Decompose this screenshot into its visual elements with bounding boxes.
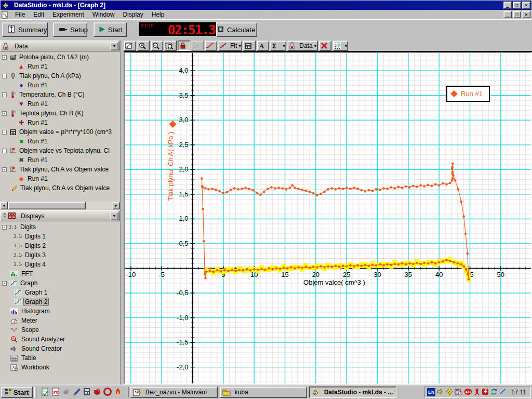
collapse-icon[interactable]: -	[2, 55, 7, 60]
connect-icon[interactable]	[499, 388, 508, 396]
collapse-icon[interactable]: -	[2, 281, 7, 286]
legend[interactable]: Run #1	[447, 86, 489, 101]
smart-xy-button[interactable]: xy	[191, 41, 204, 51]
text-button[interactable]: A	[257, 41, 269, 51]
displays-dropdown-arrow[interactable]: ▼	[110, 211, 118, 220]
collapse-icon[interactable]: -	[2, 167, 7, 172]
display-item[interactable]: -Graph	[0, 278, 120, 288]
clock[interactable]: 17:11	[511, 389, 526, 396]
data-run-item[interactable]: ✖Run #1	[0, 155, 120, 165]
data-item[interactable]: Tlak plynu, Ch A vs Objem valce	[0, 183, 120, 193]
backup-clock-icon[interactable]	[455, 388, 462, 396]
data-bottle-button[interactable]: Data▼	[287, 41, 317, 51]
data-run-item[interactable]: ▼Run #1	[0, 99, 120, 109]
display-item[interactable]: Histogram	[0, 307, 120, 316]
wordpad-icon[interactable]	[41, 388, 49, 397]
scroll-thumb[interactable]	[8, 202, 86, 209]
splitter-arrows-icon[interactable]	[2, 211, 8, 220]
close-button[interactable]: ×	[522, 2, 530, 9]
zoom-in-button[interactable]	[137, 41, 150, 51]
menu-display[interactable]: Display	[118, 10, 147, 19]
collapse-icon[interactable]: -	[2, 225, 7, 230]
menu-window[interactable]: Window	[88, 10, 119, 19]
summary-button[interactable]: Summary	[2, 22, 48, 37]
display-item[interactable]: Graph 1	[0, 288, 120, 297]
zoom-select-button[interactable]	[164, 41, 177, 51]
delete-button[interactable]	[319, 41, 331, 51]
chart-canvas[interactable]: -10-55101520253035404550-2,0-1,5-1,0-0,5…	[125, 53, 531, 383]
restore-button[interactable]: ❐	[513, 2, 521, 9]
collapse-icon[interactable]: -	[2, 149, 7, 153]
display-item[interactable]: Workbook	[0, 363, 120, 372]
dragon-icon[interactable]	[93, 388, 101, 397]
display-item[interactable]: 3.14Digits 4	[0, 260, 120, 269]
bird-icon[interactable]	[62, 388, 70, 397]
display-item[interactable]: FFT	[0, 269, 120, 278]
scale-to-fit-button[interactable]	[124, 41, 136, 51]
lock-button[interactable]	[178, 41, 190, 51]
power-icon[interactable]	[482, 388, 489, 396]
menu-file[interactable]: File	[11, 10, 29, 19]
mdi-restore-button[interactable]: ❐	[513, 11, 521, 18]
data-dropdown-arrow[interactable]: ▼	[110, 42, 118, 50]
data-item[interactable]: -Poloha pistu, Ch 1&2 (m)	[0, 52, 120, 62]
language-indicator[interactable]: En	[427, 388, 435, 396]
data-item[interactable]: -xObjem valce vs Teplota plynu, Cl	[0, 146, 120, 155]
setup-button[interactable]: Setup	[53, 22, 87, 37]
display-item[interactable]: Meter	[0, 316, 120, 325]
scroll-right-icon[interactable]: ►	[112, 202, 120, 209]
data-run-item[interactable]: ▲Run #1	[0, 62, 120, 71]
display-item[interactable]: Sound Analyzer	[0, 335, 120, 344]
display-item[interactable]: 3.14Digits 1	[0, 232, 120, 241]
display-item[interactable]: -3.14Digits	[0, 222, 120, 232]
sigma-button[interactable]: Σ▼	[270, 41, 286, 51]
paintbrush-icon[interactable]	[72, 388, 81, 397]
ati-icon[interactable]: ATi	[464, 388, 472, 396]
opera-icon[interactable]	[103, 388, 112, 397]
smart-cursor-button[interactable]	[205, 41, 217, 51]
collapse-icon[interactable]: -	[2, 111, 7, 116]
zoom-out-button[interactable]	[151, 41, 163, 51]
mdi-minimize-button[interactable]: _	[503, 11, 512, 18]
data-panel-header[interactable]: Data ▼	[0, 41, 120, 51]
data-item[interactable]: -KTDTeplota plynu, Ch B (K)	[0, 109, 120, 118]
graph-display[interactable]: -10-55101520253035404550-2,0-1,5-1,0-0,5…	[124, 52, 532, 384]
mdi-close-button[interactable]: ×	[522, 11, 530, 18]
display-item[interactable]: Sound Creator	[0, 344, 120, 353]
pocket-calc-icon[interactable]	[83, 388, 91, 397]
graph-settings-button[interactable]: ▼	[332, 41, 349, 51]
acrobat-icon[interactable]	[51, 388, 60, 397]
display-item[interactable]: 3.14Digits 3	[0, 250, 120, 260]
menu-edit[interactable]: Edit	[29, 10, 48, 19]
menu-help[interactable]: Help	[148, 10, 169, 19]
scroll-left-icon[interactable]: ◄	[0, 202, 8, 209]
calculator-button[interactable]	[243, 41, 256, 51]
data-run-item[interactable]: ■Run #1	[0, 137, 120, 146]
start-menu-button[interactable]: Start	[1, 387, 33, 398]
calculate-button[interactable]: Calculate	[211, 22, 257, 37]
data-run-item[interactable]: ●Run #1	[0, 81, 120, 90]
data-item[interactable]: -KTDTemperature, Ch B (°C)	[0, 90, 120, 99]
devil-icon[interactable]	[474, 388, 480, 396]
volume-icon[interactable]	[437, 388, 444, 396]
display-item[interactable]: Table	[0, 353, 120, 363]
collapse-icon[interactable]: -	[2, 74, 7, 78]
task-0[interactable]: Bez_názvu - Malování	[130, 387, 218, 398]
scheduler-icon[interactable]	[446, 388, 453, 396]
menu-experiment[interactable]: Experiment	[48, 10, 88, 19]
data-item[interactable]: -Tlak plynu, Ch A (kPa)	[0, 71, 120, 81]
task-1[interactable]: kuba	[220, 387, 307, 398]
fit-line-button[interactable]: Fit▼	[218, 41, 242, 51]
display-item[interactable]: 3.14Digits 2	[0, 241, 120, 250]
collapse-icon[interactable]: -	[2, 92, 7, 97]
minimize-button[interactable]: _	[503, 2, 512, 9]
start-button[interactable]: Start	[94, 22, 127, 37]
sync-icon[interactable]	[490, 388, 498, 396]
data-item[interactable]: -Objem valce = pi*r*r*y*100 (cm^3	[0, 127, 120, 137]
data-hscrollbar[interactable]: ◄ ►	[0, 202, 120, 209]
display-item[interactable]: Scope	[0, 325, 120, 335]
data-item[interactable]: -xTlak plynu, Ch A vs Objem valce	[0, 165, 120, 174]
flame-icon[interactable]	[114, 388, 122, 397]
collapse-icon[interactable]: -	[2, 130, 7, 135]
data-run-item[interactable]: ◆Run #1	[0, 174, 120, 183]
